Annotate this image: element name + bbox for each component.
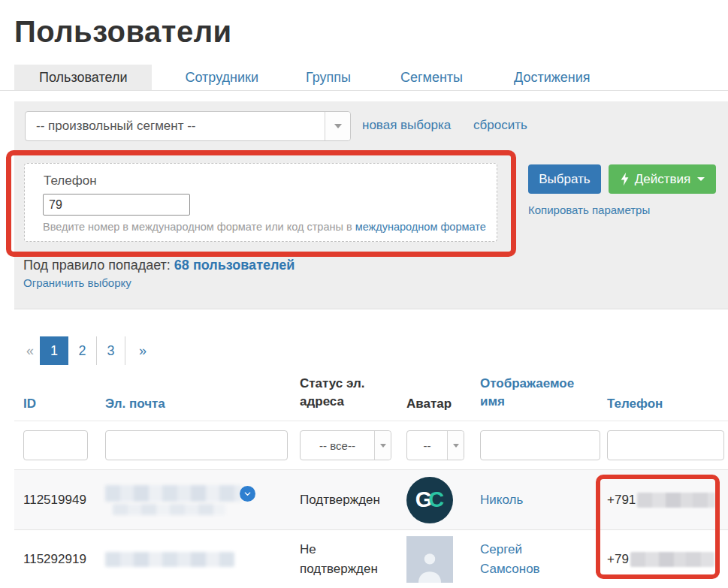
column-header-email-status: Статус эл. адреса <box>291 375 397 412</box>
table-filter-row: -- все-- -- <box>14 421 728 469</box>
pagination-page-1[interactable]: 1 <box>40 336 68 365</box>
email-blur <box>105 552 234 567</box>
tab-bar-divider <box>0 90 728 91</box>
phone-column-filter-input[interactable] <box>607 430 724 460</box>
avatar-placeholder <box>406 536 453 583</box>
actions-button-label: Действия <box>635 172 690 187</box>
column-header-id[interactable]: ID <box>14 397 96 412</box>
phone-blur <box>637 493 715 508</box>
tab-groups[interactable]: Группы <box>306 65 351 91</box>
matched-users-count-link[interactable]: 68 пользователей <box>174 258 295 273</box>
user-phone-redacted: +79 <box>607 552 728 567</box>
segment-select-value: -- произвольный сегмент -- <box>26 119 325 134</box>
user-email-redacted <box>105 485 249 515</box>
reset-link[interactable]: сбросить <box>473 118 527 133</box>
page-title: Пользователи <box>14 15 232 49</box>
segment-select-arrow[interactable] <box>325 112 350 140</box>
user-phone-redacted: +791 <box>607 493 728 508</box>
pagination-prev[interactable]: « <box>20 336 40 365</box>
avatar-filter-select[interactable]: -- <box>406 430 464 460</box>
table-row: 112519949 Подтвержден GC Николь <box>14 469 728 529</box>
email-status-filter-select[interactable]: -- все-- <box>300 430 391 460</box>
tab-users[interactable]: Пользователи <box>14 65 152 91</box>
email-blur <box>105 485 242 502</box>
pagination-next[interactable]: » <box>130 336 156 365</box>
rule-summary-text: Под правило попадает: <box>23 258 174 273</box>
chevron-down-icon <box>334 124 342 128</box>
tab-staff[interactable]: Сотрудники <box>185 65 258 91</box>
tab-bar: Пользователи Сотрудники Группы Сегменты … <box>14 65 591 91</box>
table-header-row: ID Эл. почта Статус эл. адреса Аватар От… <box>14 375 728 421</box>
segment-select[interactable]: -- произвольный сегмент -- <box>25 111 351 141</box>
copy-params-link[interactable]: Копировать параметры <box>528 204 650 216</box>
phone-prefix: +79 <box>607 552 629 567</box>
pagination-page-2[interactable]: 2 <box>68 336 97 365</box>
phone-filter-input[interactable] <box>43 194 190 216</box>
actions-button[interactable]: Действия <box>609 164 716 194</box>
user-email-redacted <box>105 552 249 567</box>
column-header-display-name[interactable]: Отображаемое имя <box>471 375 598 412</box>
user-display-name-link[interactable]: Сергей Самсонов <box>480 540 564 578</box>
users-table: ID Эл. почта Статус эл. адреса Аватар От… <box>14 375 728 588</box>
international-format-link[interactable]: международном формате <box>355 221 486 233</box>
pagination: « 1 2 3 » <box>20 336 156 365</box>
select-button[interactable]: Выбрать <box>528 164 601 194</box>
rule-summary: Под правило попадает: 68 пользователей <box>23 258 295 273</box>
user-id: 112519949 <box>14 493 96 508</box>
phone-blur <box>630 552 714 567</box>
user-id: 115292919 <box>14 552 96 567</box>
chevron-down-icon <box>374 431 391 460</box>
pagination-page-3[interactable]: 3 <box>97 336 125 365</box>
filter-panel: -- произвольный сегмент -- новая выборка… <box>14 101 728 309</box>
email-filter-input[interactable] <box>105 430 288 460</box>
limit-selection-link[interactable]: Ограничить выборку <box>23 276 131 289</box>
chevron-down-icon <box>243 490 252 498</box>
phone-filter-hint: Введите номер в международном формате ил… <box>43 221 486 233</box>
avatar: GC <box>406 477 453 523</box>
phone-prefix: +791 <box>607 493 636 508</box>
person-icon <box>412 547 448 583</box>
users-admin-page: Пользователи Пользователи Сотрудники Гру… <box>0 0 728 588</box>
chevron-down-icon <box>697 177 705 181</box>
column-header-phone[interactable]: Телефон <box>598 397 728 412</box>
tab-achievements[interactable]: Достижения <box>514 65 591 91</box>
phone-rule-box: Телефон Введите номер в международном фо… <box>24 163 497 242</box>
user-display-name-link[interactable]: Николь <box>480 490 523 510</box>
email-expand-button[interactable] <box>240 486 255 502</box>
tab-segments[interactable]: Сегменты <box>400 65 463 91</box>
display-name-filter-input[interactable] <box>480 430 600 460</box>
phone-hint-text: Введите номер в международном формате ил… <box>43 221 355 233</box>
chevron-down-icon <box>447 431 464 460</box>
table-row: 115292919 Не подтвержден Сергей Самсонов… <box>14 529 728 588</box>
email-status: Не подтвержден <box>291 540 397 578</box>
id-filter-input[interactable] <box>23 430 88 460</box>
email-status: Подтвержден <box>291 490 397 510</box>
column-header-avatar: Аватар <box>397 397 471 412</box>
new-selection-link[interactable]: новая выборка <box>362 118 451 133</box>
email-blur <box>113 504 225 515</box>
column-header-email[interactable]: Эл. почта <box>96 397 291 412</box>
lightning-icon <box>620 172 630 186</box>
phone-filter-label: Телефон <box>44 173 97 188</box>
